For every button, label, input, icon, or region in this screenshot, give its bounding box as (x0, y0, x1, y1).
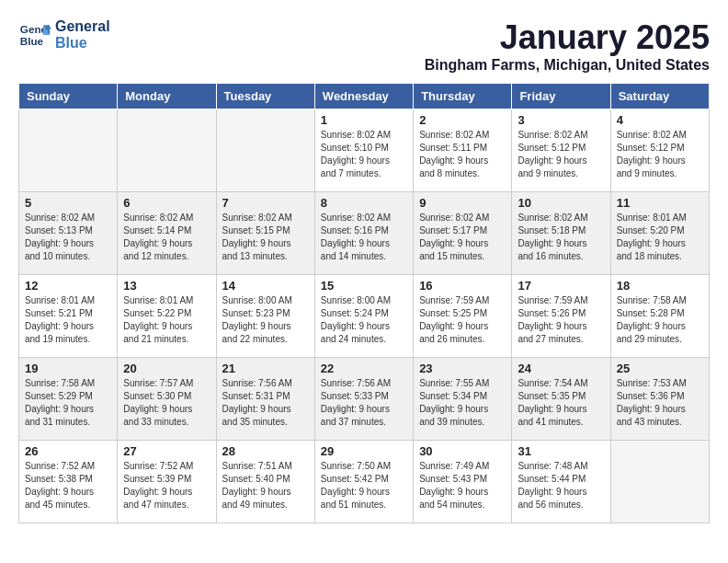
title-block: January 2025 Bingham Farms, Michigan, Un… (425, 18, 710, 74)
calendar-cell: 26Sunrise: 7:52 AM Sunset: 5:38 PM Dayli… (19, 441, 118, 523)
day-info: Sunrise: 8:02 AM Sunset: 5:10 PM Dayligh… (321, 129, 407, 180)
day-number: 24 (518, 362, 604, 375)
day-number: 30 (419, 444, 506, 458)
day-number: 23 (419, 362, 506, 375)
day-number: 3 (518, 113, 604, 127)
day-number: 21 (222, 362, 309, 375)
day-info: Sunrise: 7:56 AM Sunset: 5:33 PM Dayligh… (321, 377, 407, 429)
day-number: 11 (617, 196, 703, 210)
calendar-cell: 14Sunrise: 8:00 AM Sunset: 5:23 PM Dayli… (216, 275, 314, 358)
calendar-cell: 5Sunrise: 8:02 AM Sunset: 5:13 PM Daylig… (19, 192, 118, 275)
page-header: General Blue General Blue January 2025 B… (18, 18, 710, 74)
day-number: 25 (617, 362, 703, 375)
calendar-cell: 29Sunrise: 7:50 AM Sunset: 5:42 PM Dayli… (314, 441, 413, 523)
logo-icon: General Blue (18, 18, 51, 52)
calendar-cell: 24Sunrise: 7:54 AM Sunset: 5:35 PM Dayli… (512, 358, 610, 441)
calendar-cell: 30Sunrise: 7:49 AM Sunset: 5:43 PM Dayli… (414, 441, 512, 523)
day-number: 8 (321, 196, 407, 210)
day-info: Sunrise: 8:01 AM Sunset: 5:21 PM Dayligh… (25, 294, 111, 346)
day-number: 2 (419, 113, 506, 127)
calendar-cell: 4Sunrise: 8:02 AM Sunset: 5:12 PM Daylig… (610, 109, 709, 192)
calendar-cell: 11Sunrise: 8:01 AM Sunset: 5:20 PM Dayli… (610, 192, 709, 275)
calendar-week-row: 12Sunrise: 8:01 AM Sunset: 5:21 PM Dayli… (19, 275, 710, 358)
day-number: 16 (419, 279, 506, 293)
calendar-header-monday: Monday (118, 84, 216, 109)
day-info: Sunrise: 7:59 AM Sunset: 5:26 PM Dayligh… (518, 294, 604, 346)
calendar-cell (19, 109, 118, 192)
calendar-cell: 18Sunrise: 7:58 AM Sunset: 5:28 PM Dayli… (610, 275, 709, 358)
day-info: Sunrise: 7:49 AM Sunset: 5:43 PM Dayligh… (419, 460, 506, 511)
day-info: Sunrise: 7:48 AM Sunset: 5:44 PM Dayligh… (518, 460, 604, 511)
day-info: Sunrise: 8:02 AM Sunset: 5:13 PM Dayligh… (25, 212, 111, 263)
day-number: 19 (25, 362, 111, 375)
calendar-cell: 8Sunrise: 8:02 AM Sunset: 5:16 PM Daylig… (314, 192, 413, 275)
day-info: Sunrise: 8:00 AM Sunset: 5:24 PM Dayligh… (321, 294, 407, 346)
day-number: 29 (321, 444, 407, 458)
day-number: 18 (617, 279, 703, 293)
day-number: 26 (25, 444, 111, 458)
calendar-cell: 3Sunrise: 8:02 AM Sunset: 5:12 PM Daylig… (512, 109, 610, 192)
calendar-cell: 17Sunrise: 7:59 AM Sunset: 5:26 PM Dayli… (512, 275, 610, 358)
calendar-header-saturday: Saturday (610, 84, 709, 109)
day-info: Sunrise: 8:01 AM Sunset: 5:22 PM Dayligh… (123, 294, 210, 346)
day-info: Sunrise: 7:55 AM Sunset: 5:34 PM Dayligh… (419, 377, 506, 429)
day-number: 10 (518, 196, 604, 210)
day-number: 9 (419, 196, 506, 210)
day-number: 4 (617, 113, 703, 127)
calendar-cell: 16Sunrise: 7:59 AM Sunset: 5:25 PM Dayli… (414, 275, 512, 358)
calendar-cell (216, 109, 314, 192)
calendar-week-row: 5Sunrise: 8:02 AM Sunset: 5:13 PM Daylig… (19, 192, 710, 275)
day-info: Sunrise: 8:02 AM Sunset: 5:12 PM Dayligh… (518, 129, 604, 180)
day-number: 17 (518, 279, 604, 293)
day-info: Sunrise: 8:02 AM Sunset: 5:12 PM Dayligh… (617, 129, 703, 180)
day-info: Sunrise: 8:02 AM Sunset: 5:15 PM Dayligh… (222, 212, 309, 263)
day-info: Sunrise: 7:56 AM Sunset: 5:31 PM Dayligh… (222, 377, 309, 429)
calendar-cell: 13Sunrise: 8:01 AM Sunset: 5:22 PM Dayli… (118, 275, 216, 358)
day-info: Sunrise: 7:50 AM Sunset: 5:42 PM Dayligh… (321, 460, 407, 511)
day-number: 14 (222, 279, 309, 293)
calendar-cell: 25Sunrise: 7:53 AM Sunset: 5:36 PM Dayli… (610, 358, 709, 441)
calendar-cell: 22Sunrise: 7:56 AM Sunset: 5:33 PM Dayli… (314, 358, 413, 441)
day-info: Sunrise: 7:52 AM Sunset: 5:38 PM Dayligh… (25, 460, 111, 511)
month-title: January 2025 (425, 18, 710, 57)
calendar-cell: 1Sunrise: 8:02 AM Sunset: 5:10 PM Daylig… (314, 109, 413, 192)
day-number: 22 (321, 362, 407, 375)
svg-text:Blue: Blue (20, 35, 44, 47)
day-number: 7 (222, 196, 309, 210)
day-info: Sunrise: 8:02 AM Sunset: 5:11 PM Dayligh… (419, 129, 506, 180)
calendar-header-friday: Friday (512, 84, 610, 109)
location-title: Bingham Farms, Michigan, United States (425, 57, 710, 74)
day-info: Sunrise: 8:02 AM Sunset: 5:14 PM Dayligh… (123, 212, 210, 263)
calendar-header-sunday: Sunday (19, 84, 118, 109)
logo-text-line2: Blue (55, 35, 110, 52)
calendar-cell: 12Sunrise: 8:01 AM Sunset: 5:21 PM Dayli… (19, 275, 118, 358)
calendar-header-thursday: Thursday (414, 84, 512, 109)
day-number: 27 (123, 444, 210, 458)
calendar-cell: 20Sunrise: 7:57 AM Sunset: 5:30 PM Dayli… (118, 358, 216, 441)
day-info: Sunrise: 7:52 AM Sunset: 5:39 PM Dayligh… (123, 460, 210, 511)
logo: General Blue General Blue (18, 18, 110, 52)
day-info: Sunrise: 7:58 AM Sunset: 5:29 PM Dayligh… (25, 377, 111, 429)
calendar-header-wednesday: Wednesday (314, 84, 413, 109)
calendar-week-row: 26Sunrise: 7:52 AM Sunset: 5:38 PM Dayli… (19, 441, 710, 523)
calendar-cell: 6Sunrise: 8:02 AM Sunset: 5:14 PM Daylig… (118, 192, 216, 275)
day-info: Sunrise: 8:02 AM Sunset: 5:18 PM Dayligh… (518, 212, 604, 263)
calendar-cell: 21Sunrise: 7:56 AM Sunset: 5:31 PM Dayli… (216, 358, 314, 441)
day-info: Sunrise: 7:51 AM Sunset: 5:40 PM Dayligh… (222, 460, 309, 511)
day-info: Sunrise: 7:58 AM Sunset: 5:28 PM Dayligh… (617, 294, 703, 346)
calendar-cell: 7Sunrise: 8:02 AM Sunset: 5:15 PM Daylig… (216, 192, 314, 275)
calendar-cell: 19Sunrise: 7:58 AM Sunset: 5:29 PM Dayli… (19, 358, 118, 441)
calendar-week-row: 1Sunrise: 8:02 AM Sunset: 5:10 PM Daylig… (19, 109, 710, 192)
calendar-cell: 9Sunrise: 8:02 AM Sunset: 5:17 PM Daylig… (414, 192, 512, 275)
calendar-cell: 15Sunrise: 8:00 AM Sunset: 5:24 PM Dayli… (314, 275, 413, 358)
calendar-cell: 28Sunrise: 7:51 AM Sunset: 5:40 PM Dayli… (216, 441, 314, 523)
day-number: 15 (321, 279, 407, 293)
calendar-cell (610, 441, 709, 523)
calendar-cell: 23Sunrise: 7:55 AM Sunset: 5:34 PM Dayli… (414, 358, 512, 441)
day-number: 28 (222, 444, 309, 458)
calendar-header-row: SundayMondayTuesdayWednesdayThursdayFrid… (19, 84, 710, 109)
day-info: Sunrise: 7:53 AM Sunset: 5:36 PM Dayligh… (617, 377, 703, 429)
calendar: SundayMondayTuesdayWednesdayThursdayFrid… (18, 83, 710, 523)
day-info: Sunrise: 7:59 AM Sunset: 5:25 PM Dayligh… (419, 294, 506, 346)
calendar-cell: 31Sunrise: 7:48 AM Sunset: 5:44 PM Dayli… (512, 441, 610, 523)
